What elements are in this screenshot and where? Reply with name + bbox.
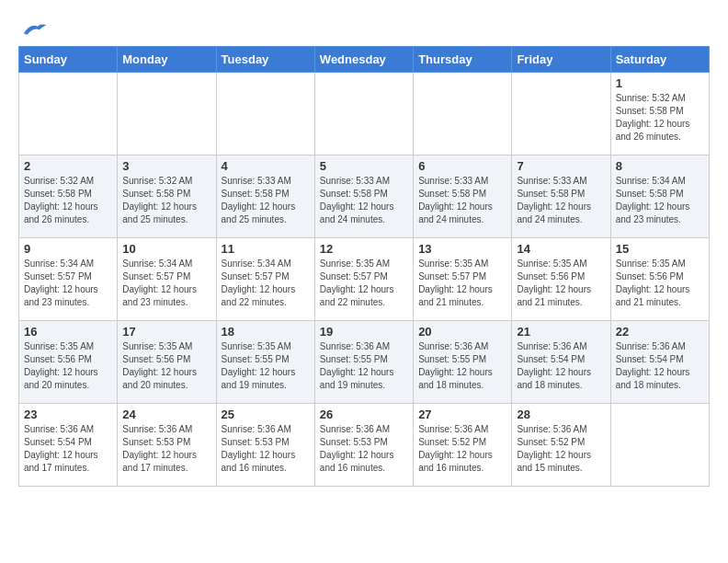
day-number: 5 [320, 159, 408, 173]
calendar-cell: 9Sunrise: 5:34 AM Sunset: 5:57 PM Daylig… [19, 238, 118, 321]
calendar-cell: 25Sunrise: 5:36 AM Sunset: 5:53 PM Dayli… [216, 404, 314, 487]
calendar-cell: 4Sunrise: 5:33 AM Sunset: 5:58 PM Daylig… [216, 155, 314, 238]
day-info: Sunrise: 5:36 AM Sunset: 5:55 PM Dayligh… [320, 340, 408, 392]
day-info: Sunrise: 5:32 AM Sunset: 5:58 PM Dayligh… [122, 175, 210, 226]
calendar-week-1: 1Sunrise: 5:32 AM Sunset: 5:58 PM Daylig… [19, 73, 710, 155]
calendar-cell: 5Sunrise: 5:33 AM Sunset: 5:58 PM Daylig… [314, 155, 413, 238]
calendar-cell: 3Sunrise: 5:32 AM Sunset: 5:58 PM Daylig… [118, 155, 216, 238]
day-info: Sunrise: 5:36 AM Sunset: 5:53 PM Dayligh… [122, 423, 210, 475]
weekday-header-tuesday: Tuesday [216, 47, 314, 73]
calendar-cell: 24Sunrise: 5:36 AM Sunset: 5:53 PM Dayli… [118, 404, 216, 487]
calendar-cell: 13Sunrise: 5:35 AM Sunset: 5:57 PM Dayli… [414, 238, 512, 321]
day-info: Sunrise: 5:36 AM Sunset: 5:53 PM Dayligh… [222, 423, 310, 475]
day-info: Sunrise: 5:36 AM Sunset: 5:54 PM Dayligh… [616, 340, 704, 392]
calendar-cell: 15Sunrise: 5:35 AM Sunset: 5:56 PM Dayli… [610, 238, 709, 321]
calendar-cell: 12Sunrise: 5:35 AM Sunset: 5:57 PM Dayli… [314, 238, 413, 321]
day-info: Sunrise: 5:36 AM Sunset: 5:52 PM Dayligh… [418, 423, 506, 475]
day-number: 12 [320, 242, 408, 256]
day-number: 13 [418, 242, 506, 256]
calendar-table: SundayMondayTuesdayWednesdayThursdayFrid… [18, 46, 710, 487]
day-number: 25 [222, 408, 310, 421]
day-number: 20 [418, 325, 506, 339]
day-number: 8 [616, 159, 704, 173]
day-number: 17 [122, 325, 210, 339]
day-info: Sunrise: 5:35 AM Sunset: 5:57 PM Dayligh… [418, 258, 506, 309]
calendar-cell: 21Sunrise: 5:36 AM Sunset: 5:54 PM Dayli… [512, 321, 610, 404]
day-number: 23 [24, 408, 112, 421]
weekday-header-thursday: Thursday [414, 47, 512, 73]
calendar-header-row: SundayMondayTuesdayWednesdayThursdayFrid… [19, 47, 710, 73]
weekday-header-wednesday: Wednesday [314, 47, 413, 73]
calendar-cell: 8Sunrise: 5:34 AM Sunset: 5:58 PM Daylig… [610, 155, 709, 238]
day-number: 28 [517, 408, 605, 421]
day-number: 15 [616, 242, 704, 256]
day-number: 9 [24, 242, 112, 256]
day-number: 3 [122, 159, 210, 173]
calendar-week-3: 9Sunrise: 5:34 AM Sunset: 5:57 PM Daylig… [19, 238, 710, 321]
day-info: Sunrise: 5:36 AM Sunset: 5:52 PM Dayligh… [517, 423, 605, 475]
day-info: Sunrise: 5:34 AM Sunset: 5:57 PM Dayligh… [222, 258, 310, 309]
weekday-header-monday: Monday [118, 47, 216, 73]
calendar-cell: 18Sunrise: 5:35 AM Sunset: 5:55 PM Dayli… [216, 321, 314, 404]
calendar-cell: 27Sunrise: 5:36 AM Sunset: 5:52 PM Dayli… [414, 404, 512, 487]
day-number: 18 [222, 325, 310, 339]
day-number: 4 [222, 159, 310, 173]
calendar-week-4: 16Sunrise: 5:35 AM Sunset: 5:56 PM Dayli… [19, 321, 710, 404]
calendar-cell [314, 73, 413, 155]
day-info: Sunrise: 5:35 AM Sunset: 5:56 PM Dayligh… [616, 258, 704, 309]
calendar-cell: 26Sunrise: 5:36 AM Sunset: 5:53 PM Dayli… [314, 404, 413, 487]
day-info: Sunrise: 5:34 AM Sunset: 5:57 PM Dayligh… [24, 258, 112, 309]
day-number: 27 [418, 408, 506, 421]
weekday-header-friday: Friday [512, 47, 610, 73]
calendar-cell: 1Sunrise: 5:32 AM Sunset: 5:58 PM Daylig… [610, 73, 709, 155]
day-info: Sunrise: 5:32 AM Sunset: 5:58 PM Dayligh… [24, 175, 112, 226]
calendar-cell [118, 73, 216, 155]
day-info: Sunrise: 5:36 AM Sunset: 5:55 PM Dayligh… [418, 340, 506, 392]
day-info: Sunrise: 5:35 AM Sunset: 5:55 PM Dayligh… [222, 340, 310, 392]
day-number: 1 [616, 76, 704, 90]
day-number: 7 [517, 159, 605, 173]
calendar-cell: 14Sunrise: 5:35 AM Sunset: 5:56 PM Dayli… [512, 238, 610, 321]
calendar-cell [414, 73, 512, 155]
day-info: Sunrise: 5:33 AM Sunset: 5:58 PM Dayligh… [320, 175, 408, 226]
day-info: Sunrise: 5:35 AM Sunset: 5:56 PM Dayligh… [24, 340, 112, 392]
day-info: Sunrise: 5:35 AM Sunset: 5:56 PM Dayligh… [517, 258, 605, 309]
calendar-cell [610, 404, 709, 487]
day-info: Sunrise: 5:36 AM Sunset: 5:54 PM Dayligh… [24, 423, 112, 475]
day-number: 26 [320, 408, 408, 421]
calendar-week-2: 2Sunrise: 5:32 AM Sunset: 5:58 PM Daylig… [19, 155, 710, 238]
calendar-cell: 17Sunrise: 5:35 AM Sunset: 5:56 PM Dayli… [118, 321, 216, 404]
logo-text [18, 18, 48, 37]
day-info: Sunrise: 5:33 AM Sunset: 5:58 PM Dayligh… [418, 175, 506, 226]
logo [18, 18, 48, 37]
day-number: 10 [122, 242, 210, 256]
calendar-cell: 20Sunrise: 5:36 AM Sunset: 5:55 PM Dayli… [414, 321, 512, 404]
calendar-cell: 2Sunrise: 5:32 AM Sunset: 5:58 PM Daylig… [19, 155, 118, 238]
calendar-cell [216, 73, 314, 155]
calendar-cell: 11Sunrise: 5:34 AM Sunset: 5:57 PM Dayli… [216, 238, 314, 321]
day-info: Sunrise: 5:35 AM Sunset: 5:57 PM Dayligh… [320, 258, 408, 309]
day-info: Sunrise: 5:34 AM Sunset: 5:58 PM Dayligh… [616, 175, 704, 226]
calendar-cell: 19Sunrise: 5:36 AM Sunset: 5:55 PM Dayli… [314, 321, 413, 404]
day-number: 16 [24, 325, 112, 339]
calendar-cell: 6Sunrise: 5:33 AM Sunset: 5:58 PM Daylig… [414, 155, 512, 238]
logo-bird-icon [20, 18, 48, 41]
day-number: 14 [517, 242, 605, 256]
day-number: 2 [24, 159, 112, 173]
calendar-week-5: 23Sunrise: 5:36 AM Sunset: 5:54 PM Dayli… [19, 404, 710, 487]
day-info: Sunrise: 5:32 AM Sunset: 5:58 PM Dayligh… [616, 92, 704, 144]
day-number: 11 [222, 242, 310, 256]
calendar-cell: 23Sunrise: 5:36 AM Sunset: 5:54 PM Dayli… [19, 404, 118, 487]
day-info: Sunrise: 5:33 AM Sunset: 5:58 PM Dayligh… [222, 175, 310, 226]
calendar-cell [19, 73, 118, 155]
calendar-cell: 22Sunrise: 5:36 AM Sunset: 5:54 PM Dayli… [610, 321, 709, 404]
day-info: Sunrise: 5:33 AM Sunset: 5:58 PM Dayligh… [517, 175, 605, 226]
calendar-cell: 16Sunrise: 5:35 AM Sunset: 5:56 PM Dayli… [19, 321, 118, 404]
day-number: 21 [517, 325, 605, 339]
calendar-cell: 7Sunrise: 5:33 AM Sunset: 5:58 PM Daylig… [512, 155, 610, 238]
day-number: 24 [122, 408, 210, 421]
calendar-cell: 28Sunrise: 5:36 AM Sunset: 5:52 PM Dayli… [512, 404, 610, 487]
day-number: 19 [320, 325, 408, 339]
day-info: Sunrise: 5:34 AM Sunset: 5:57 PM Dayligh… [122, 258, 210, 309]
calendar-cell: 10Sunrise: 5:34 AM Sunset: 5:57 PM Dayli… [118, 238, 216, 321]
